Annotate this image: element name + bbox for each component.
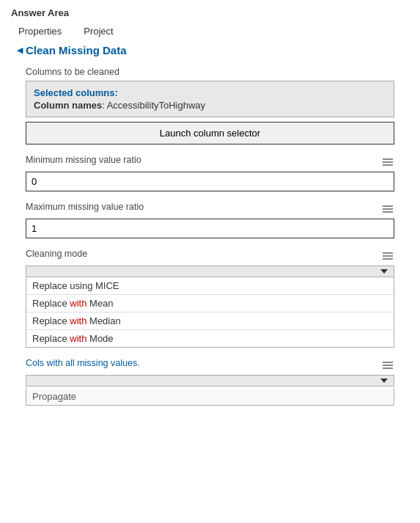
cols-missing-menu-icon[interactable] [381,360,394,370]
min-missing-menu-icon[interactable] [381,157,394,167]
top-nav: Properties Project [11,23,409,40]
dropdown-item-mode[interactable]: Replace with Mode [26,330,394,347]
collapse-arrow-icon[interactable]: ◀ [17,45,23,55]
section-title: Clean Missing Data [26,44,127,56]
columns-label: Columns to be cleaned [26,67,394,77]
content-area: Columns to be cleaned Selected columns: … [11,67,409,406]
columns-field-group: Columns to be cleaned Selected columns: … [26,67,394,145]
nav-properties[interactable]: Properties [18,26,62,37]
section-header: ◀ Clean Missing Data [11,44,409,56]
min-missing-label: Minimum missing value ratio [26,155,141,165]
propagate-text: Propagate [32,391,76,402]
cleaning-mode-label: Cleaning mode [26,249,87,259]
dropdown-item-median[interactable]: Replace with Median [26,312,394,330]
cleaning-mode-section: Cleaning mode Replace using MICE Replace… [26,249,394,348]
cleaning-mode-dropdown-arrow-icon [380,269,388,274]
dropdown-item-mean[interactable]: Replace with Mean [26,295,394,312]
answer-area: Answer Area Properties Project ◀ Clean M… [0,0,420,423]
dropdown-item-mice[interactable]: Replace using MICE [26,277,394,295]
cols-missing-dropdown-header[interactable] [26,375,394,387]
min-missing-input[interactable] [26,172,394,191]
cols-missing-dropdown-arrow-icon [380,378,388,383]
selected-columns-box: Selected columns: Column names: Accessib… [26,81,394,117]
nav-project[interactable]: Project [84,26,113,37]
max-missing-label: Maximum missing value ratio [26,202,144,212]
max-missing-input[interactable] [26,219,394,238]
launch-column-selector-button[interactable]: Launch column selector [26,122,394,145]
column-names-value: AccessibilityToHighway [107,100,205,111]
max-missing-field-group: Maximum missing value ratio [26,202,394,238]
max-missing-menu-icon[interactable] [381,204,394,214]
min-missing-field-group: Minimum missing value ratio [26,155,394,191]
column-names-row: Column names: AccessibilityToHighway [34,100,386,111]
propagate-row: Propagate [26,388,394,406]
cleaning-mode-dropdown-header[interactable] [26,266,394,277]
cols-missing-label: Cols with all missing values. [26,358,140,368]
answer-area-title: Answer Area [11,7,409,18]
cleaning-mode-menu-icon[interactable] [381,251,394,261]
cols-missing-section: Cols with all missing values. Propagate [26,358,394,406]
cleaning-mode-dropdown-list: Replace using MICE Replace with Mean Rep… [26,277,394,348]
column-names-label: Column names [34,100,102,111]
selected-columns-title: Selected columns: [34,87,386,98]
